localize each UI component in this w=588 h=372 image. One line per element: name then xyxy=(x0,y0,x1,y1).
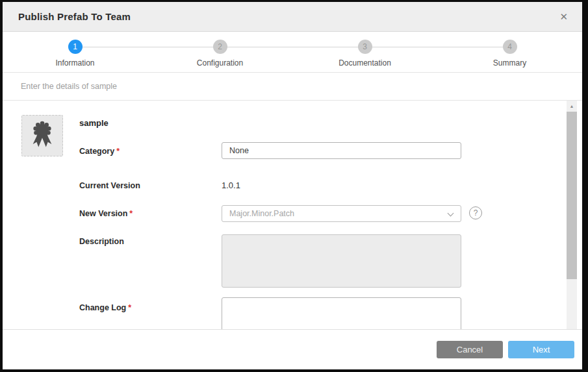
new-version-select[interactable]: Major.Minor.Patch xyxy=(222,205,461,222)
new-version-placeholder: Major.Minor.Patch xyxy=(229,209,294,218)
description-label: Description xyxy=(79,237,124,246)
current-version-label: Current Version xyxy=(79,181,140,190)
change-log-label: Change Log* xyxy=(79,303,131,312)
step-4-circle: 4 xyxy=(503,40,517,54)
step-2-circle: 2 xyxy=(213,40,227,54)
help-icon[interactable]: ? xyxy=(469,206,482,219)
step-information[interactable]: 1 Information xyxy=(3,32,147,72)
step-configuration[interactable]: 2 Configuration xyxy=(147,32,292,72)
step-2-label: Configuration xyxy=(197,58,243,68)
category-input[interactable] xyxy=(222,142,461,159)
award-badge-icon xyxy=(27,118,57,153)
prefab-name: sample xyxy=(79,118,109,128)
required-marker: * xyxy=(128,303,131,312)
category-label: Category* xyxy=(79,147,120,156)
dialog-title: Publish Prefab To Team xyxy=(18,11,131,22)
form-content: sample Category* Current Version 1.0.1 N… xyxy=(3,101,582,329)
chevron-down-icon xyxy=(448,210,454,217)
step-3-label: Documentation xyxy=(339,58,391,68)
current-version-value: 1.0.1 xyxy=(222,180,240,190)
step-summary[interactable]: 4 Summary xyxy=(437,32,582,72)
scrollbar-up-arrow-icon[interactable]: ▲ xyxy=(567,101,577,111)
new-version-label: New Version* xyxy=(79,209,133,218)
subtitle-text: Enter the details of sample xyxy=(21,82,117,91)
prefab-thumbnail xyxy=(21,115,63,156)
close-icon[interactable]: ✕ xyxy=(559,12,568,21)
dialog-footer: Cancel Next xyxy=(3,329,582,369)
dialog-header: Publish Prefab To Team ✕ xyxy=(3,2,582,32)
scrollbar-thumb[interactable] xyxy=(567,112,577,279)
subtitle-bar: Enter the details of sample xyxy=(3,73,582,101)
step-1-label: Information xyxy=(55,58,94,68)
change-log-textarea[interactable] xyxy=(222,297,461,329)
step-4-label: Summary xyxy=(493,58,526,68)
description-textarea xyxy=(222,234,461,288)
wizard-stepper: 1 Information 2 Configuration 3 Document… xyxy=(3,32,582,73)
next-button[interactable]: Next xyxy=(508,341,574,358)
required-marker: * xyxy=(116,147,120,156)
required-marker: * xyxy=(129,209,133,218)
publish-prefab-dialog: Publish Prefab To Team ✕ 1 Information 2… xyxy=(3,2,582,369)
step-documentation[interactable]: 3 Documentation xyxy=(292,32,437,72)
vertical-scrollbar[interactable]: ▲ xyxy=(567,101,577,329)
cancel-button[interactable]: Cancel xyxy=(437,341,503,358)
step-1-circle: 1 xyxy=(68,40,83,54)
step-3-circle: 3 xyxy=(358,40,372,54)
